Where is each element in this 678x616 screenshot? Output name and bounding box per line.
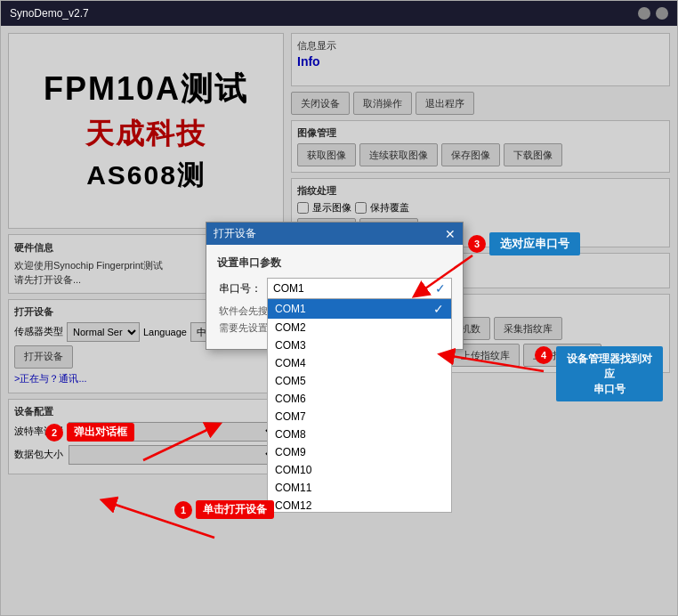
- com-selected[interactable]: COM1 ✓: [267, 278, 452, 299]
- main-window: SynoDemo_v2.7 FPM10A测试 天成科技 AS608测 硬件信息 …: [0, 0, 678, 616]
- dialog-close-button[interactable]: ✕: [445, 227, 456, 241]
- com-item[interactable]: COM5: [268, 372, 451, 390]
- window-title: SynoDemo_v2.7: [10, 7, 633, 20]
- annotation2: 2 弹出对话框: [45, 423, 134, 442]
- com-port-row: 串口号： COM1 ✓ COM1 ✓ COM2: [217, 278, 452, 299]
- dialog-body: 设置串口参数 串口号： COM1 ✓ COM1 ✓: [206, 245, 463, 349]
- annotation1-label: 单击打开设备: [196, 500, 274, 519]
- dialog-titlebar: 打开设备 ✕: [206, 223, 463, 245]
- select-com-annotation-button[interactable]: 选对应串口号: [489, 232, 580, 255]
- close-button[interactable]: [656, 7, 668, 20]
- annotation1: 1 单击打开设备: [174, 500, 274, 519]
- com-selected-value: COM1: [273, 282, 304, 295]
- window-body: FPM10A测试 天成科技 AS608测 硬件信息 欢迎使用Synochip F…: [1, 26, 677, 615]
- com-item[interactable]: COM10: [268, 461, 451, 479]
- annotation4: 4 设备管理器找到对应串口号: [535, 346, 663, 401]
- annotation3: 3 选对应串口号: [468, 232, 580, 255]
- com-list: COM1 ✓ COM2 COM3 COM4 COM5 COM6 COM7 COM…: [267, 299, 452, 513]
- dialog-section-label: 设置串口参数: [217, 255, 452, 271]
- com-item[interactable]: COM12: [268, 497, 451, 513]
- com-item[interactable]: COM11: [268, 479, 451, 497]
- annotation2-label: 弹出对话框: [67, 423, 134, 442]
- svg-line-1: [446, 355, 544, 371]
- com-item[interactable]: COM8: [268, 426, 451, 443]
- checkmark-icon: ✓: [435, 281, 446, 296]
- annotation3-num: 3: [468, 235, 486, 253]
- com-item[interactable]: COM4: [268, 354, 451, 372]
- com-label: 串口号：: [217, 281, 262, 296]
- com-item[interactable]: COM7: [268, 408, 451, 426]
- com-item[interactable]: COM3: [268, 336, 451, 354]
- com-checkmark: ✓: [433, 302, 444, 316]
- open-device-dialog: 打开设备 ✕ 设置串口参数 串口号： COM1 ✓: [206, 222, 464, 350]
- annotation4-num: 4: [535, 346, 553, 364]
- com-item[interactable]: COM6: [268, 390, 451, 408]
- com-dropdown[interactable]: COM1 ✓ COM1 ✓ COM2 COM3 COM4: [267, 278, 452, 299]
- dialog-title: 打开设备: [214, 226, 256, 241]
- annotation1-num: 1: [174, 501, 192, 519]
- annotation4-label: 设备管理器找到对应串口号: [556, 346, 663, 401]
- titlebar: SynoDemo_v2.7: [1, 1, 677, 26]
- minimize-button[interactable]: [638, 7, 650, 20]
- com-item[interactable]: COM9: [268, 443, 451, 461]
- com-item[interactable]: COM1 ✓: [268, 299, 451, 319]
- com-item[interactable]: COM2: [268, 319, 451, 336]
- annotation2-num: 2: [45, 424, 63, 442]
- dialog-overlay: 打开设备 ✕ 设置串口参数 串口号： COM1 ✓: [1, 26, 677, 615]
